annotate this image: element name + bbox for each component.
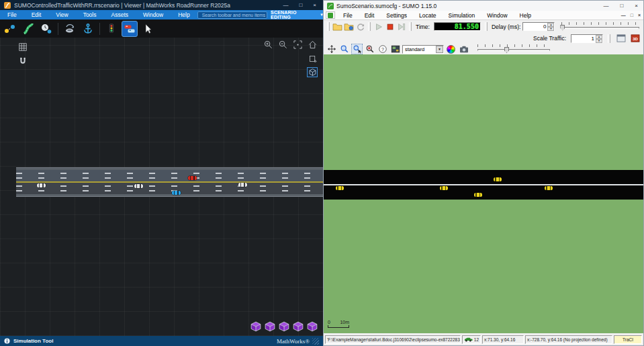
3d-view-button[interactable] (307, 67, 318, 77)
spin-arrows[interactable]: ▲▼ (596, 35, 602, 42)
home-view-button[interactable] (308, 40, 318, 50)
road[interactable] (324, 170, 643, 200)
stop-button[interactable] (384, 21, 396, 32)
toolbar-grip[interactable] (485, 22, 488, 31)
vehicle[interactable] (238, 183, 247, 187)
edit-coloring-button[interactable] (445, 44, 457, 54)
maximize-icon[interactable]: □ (299, 2, 302, 8)
close-icon[interactable]: × (313, 2, 316, 8)
delay-spinbox[interactable]: 0 ▲▼ (522, 22, 555, 31)
menu-settings[interactable]: Settings (380, 12, 413, 19)
resize-grip[interactable] (312, 338, 319, 345)
vehicle[interactable] (494, 177, 502, 181)
maximize-icon[interactable]: □ (620, 3, 623, 9)
vehicle[interactable] (440, 186, 448, 190)
menu-file[interactable]: File (337, 12, 359, 19)
minimize-icon[interactable]: — (603, 3, 608, 9)
road[interactable] (16, 167, 323, 197)
slider-groove[interactable] (561, 27, 639, 29)
zoom-style-toggle-button[interactable] (351, 44, 363, 54)
view-cube-icon[interactable] (279, 321, 289, 332)
select-tool-button[interactable] (140, 21, 156, 37)
scenario-editing-mode-button[interactable]: SCENARIO EDITING ▾ (271, 10, 323, 19)
anchor-tool-button[interactable] (80, 21, 96, 37)
slider-thumb[interactable] (504, 47, 509, 53)
close-icon[interactable]: × (635, 3, 638, 9)
locate-tool-button[interactable] (364, 44, 375, 54)
mdi-restore-icon[interactable]: □ (631, 13, 633, 17)
menu-edit[interactable]: Edit (24, 10, 49, 19)
zoom-tool-button[interactable] (338, 44, 350, 54)
open-network-button[interactable] (343, 21, 355, 32)
recenter-view-button[interactable] (326, 44, 337, 54)
grid-toggle-button[interactable] (17, 41, 28, 52)
reload-button[interactable] (355, 21, 366, 32)
snapshot-button[interactable] (458, 44, 469, 54)
menu-tools[interactable]: Tools (76, 10, 104, 19)
edit-viewport-button[interactable] (389, 44, 401, 54)
frame-selection-button[interactable] (293, 40, 303, 50)
tooltip-toggle-button[interactable]: ? (377, 44, 388, 54)
roadrunner-viewport[interactable] (0, 38, 323, 336)
route-tool-button[interactable] (2, 21, 18, 37)
view-cube-icon[interactable] (265, 321, 275, 332)
spin-down-icon[interactable]: ▼ (547, 27, 554, 31)
traci-status-button[interactable]: TraCI (614, 335, 642, 344)
spin-arrows[interactable]: ▲▼ (547, 23, 554, 30)
menu-window[interactable]: Window (136, 10, 171, 19)
vehicle[interactable] (474, 193, 482, 197)
view-cube-icon[interactable] (293, 321, 304, 332)
menu-file[interactable]: File (0, 10, 24, 19)
run-button[interactable] (373, 21, 384, 32)
menu-locate[interactable]: Locate (413, 12, 443, 19)
lane-tool-button[interactable] (20, 21, 36, 37)
traffic-simulation-tool-button[interactable] (122, 21, 138, 37)
menu-edit[interactable]: Edit (359, 12, 381, 19)
search-input[interactable]: Search toolbar and menu items (Ctrl+F) (197, 11, 267, 19)
signal-tool-button[interactable] (103, 21, 120, 37)
road-lanes-lower[interactable] (16, 183, 323, 194)
mdi-minimize-icon[interactable]: — (621, 13, 626, 17)
toolbar-grip[interactable] (608, 34, 610, 43)
toolbar-grip[interactable] (327, 22, 330, 31)
menu-assets[interactable]: Assets (103, 10, 136, 19)
delay-slider[interactable] (557, 22, 642, 32)
slider-thumb[interactable] (560, 25, 565, 31)
vehicle[interactable] (37, 183, 46, 187)
coloring-scheme-dropdown[interactable]: standard ▼ (402, 45, 444, 54)
zoom-out-button[interactable] (278, 40, 288, 50)
road-lanes-upper[interactable] (16, 170, 323, 181)
menu-window[interactable]: Window (481, 12, 513, 19)
mdi-close-icon[interactable]: × (638, 13, 641, 17)
menu-help[interactable]: Help (171, 10, 197, 19)
snap-toggle-button[interactable] (17, 55, 28, 67)
vehicle[interactable] (134, 184, 143, 188)
view-cube-icon[interactable] (307, 321, 318, 332)
slider-groove[interactable] (477, 49, 550, 51)
vehicle[interactable] (545, 186, 553, 190)
vehicle-orbit-tool-button[interactable] (62, 21, 78, 37)
toolbar-grip[interactable] (368, 22, 371, 31)
view-cube-icon[interactable] (250, 321, 261, 332)
menu-help[interactable]: Help (514, 12, 537, 19)
2d-view-button[interactable] (307, 54, 318, 64)
zoom-in-button[interactable] (263, 40, 273, 50)
open-config-button[interactable] (332, 21, 343, 32)
vehicle[interactable] (188, 176, 197, 180)
sumo-canvas[interactable]: 0 10m (324, 54, 643, 333)
zoom-slider[interactable] (476, 44, 551, 54)
new-view-button[interactable] (615, 33, 627, 44)
spin-down-icon[interactable]: ▼ (596, 39, 602, 43)
menu-simulation[interactable]: Simulation (443, 12, 481, 19)
minimize-icon[interactable]: — (283, 2, 288, 8)
scale-traffic-spinbox[interactable]: 1 ▲▼ (571, 34, 603, 43)
vehicle[interactable] (336, 186, 344, 190)
dropdown-arrow-icon[interactable]: ▼ (436, 46, 443, 53)
menu-view[interactable]: View (48, 10, 75, 19)
road-edge-line (16, 196, 323, 197)
trip-timer-tool-button[interactable] (38, 21, 54, 37)
step-button[interactable] (396, 21, 407, 32)
open-3d-view-button[interactable]: 3D (629, 33, 641, 44)
toolbar-grip[interactable] (409, 22, 412, 31)
vehicle[interactable] (172, 191, 181, 195)
